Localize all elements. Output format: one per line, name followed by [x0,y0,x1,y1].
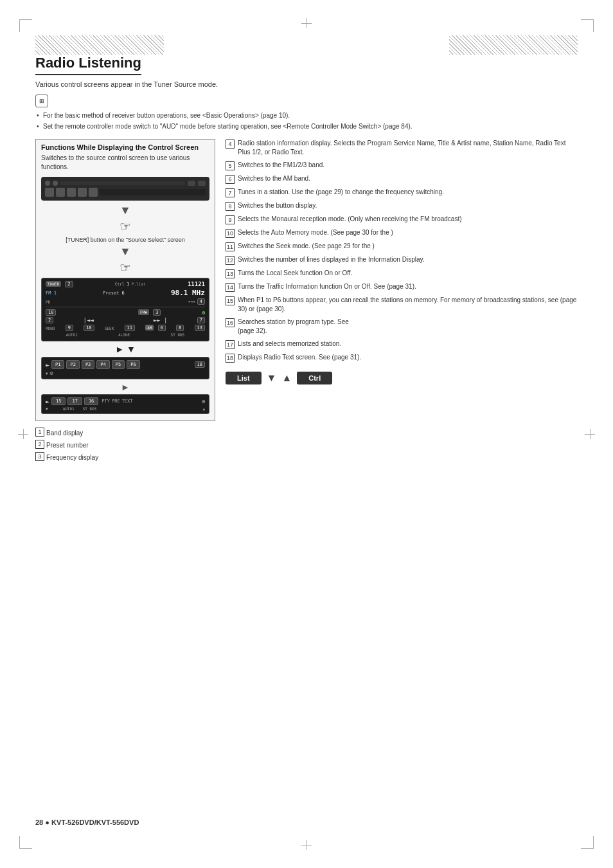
corner-mark-tl [19,19,32,32]
item-num-17: 17 [226,340,235,349]
page-title: Radio Listening [35,55,141,75]
arrow-down-2: ▼ [41,246,209,257]
item-text-11: Switches the Seek mode. (See page 29 for… [238,242,578,251]
tuner-label: [TUNER] button on the "Source Select" sc… [41,237,209,243]
item-row-6: 6 Switches to the AM band. [226,174,578,184]
info-icon: ⊞ [35,95,48,107]
arrow-down-1: ▼ [41,204,209,216]
crosshair-bottom [301,840,312,850]
section-title: Functions While Displaying the Control S… [41,143,209,151]
bullet-list: For the basic method of receiver button … [35,111,578,131]
item-text-8: Switches the button display. [238,201,578,210]
item-text-9: Selects the Monaural reception mode. (On… [238,215,578,224]
item-text-5: Switches to the FM1/2/3 band. [238,161,578,170]
item-num-10: 10 [226,229,235,238]
crosshair-left [18,429,28,439]
receiver-mockup [41,177,209,201]
arrow-right: ► [41,382,209,392]
item-row-5: 5 Switches to the FM1/2/3 band. [226,161,578,170]
item-num-14: 14 [226,283,235,292]
hand-icon-1: ☞ [41,219,209,234]
item-row-9: 9 Selects the Monaural reception mode. (… [226,215,578,224]
bullet-item-1: For the basic method of receiver button … [35,111,578,120]
item-row-17: 17 Lists and selects memorized station. [226,339,578,349]
item-num-16: 16 [226,318,235,327]
num-2: 2 [35,440,44,449]
item-row-13: 13 Turns the Local Seek function On or O… [226,269,578,278]
item-row-14: 14 Turns the Traffic Information functio… [226,282,578,292]
corner-mark-bl [19,836,32,849]
item-num-4: 4 [226,140,235,149]
arrow-up-bottom: ▲ [281,372,292,384]
item-row-18: 18 Displays Radio Text screen. See (page… [226,353,578,363]
item-text-17: Lists and selects memorized station. [238,339,578,348]
item-row-12: 12 Switches the number of lines displaye… [226,255,578,265]
item-text-6: Switches to the AM band. [238,174,578,183]
bullet-item-2: Set the remote controller mode switch to… [35,122,578,131]
item-row-8: 8 Switches the button display. [226,201,578,211]
items-list: 4 Radio station information display. Sel… [226,139,578,363]
label-item-2: 2 Preset number [35,440,215,451]
section-box: Functions While Displaying the Control S… [35,139,215,421]
item-text-14: Turns the Traffic Information function O… [238,282,578,291]
bottom-bar: List ▼ ▲ Ctrl [226,372,578,384]
stripe-left [35,35,164,55]
preset-screen: ► P1 P2 P3 P4 P5 P6 18 ▼ ⚙ [41,357,209,379]
label-item-1: 1 Band display [35,428,215,439]
item-text-18: Displays Radio Text screen. See (page 31… [238,353,578,362]
item-text-4: Radio station information display. Selec… [238,139,578,157]
num-1: 1 [35,428,44,437]
item-num-12: 12 [226,256,235,265]
label-text-2: Preset number [46,442,89,449]
stripe-right [449,35,578,55]
arrow-down-bottom: ▼ [267,372,277,384]
label-text-1: Band display [46,429,83,437]
item-row-11: 11 Switches the Seek mode. (See page 29 … [226,242,578,251]
item-num-7: 7 [226,188,235,197]
section-subtitle: Switches to the source control screen to… [41,154,209,172]
item-row-15: 15 When P1 to P6 buttons appear, you can… [226,296,578,314]
page-number: 28 ● KVT-526DVD/KVT-556DVD [35,818,139,826]
item-row-4: 4 Radio station information display. Sel… [226,139,578,157]
label-item-3: 3 Frequency display [35,452,215,463]
item-text-15: When P1 to P6 buttons appear, you can re… [238,296,578,314]
item-text-16: Searches station by program type. See (p… [238,318,578,336]
item-text-12: Switches the number of lines displayed i… [238,255,578,264]
item-text-10: Selects the Auto Memory mode. (See page … [238,228,578,237]
item-num-9: 9 [226,215,235,224]
label-text-3: Frequency display [46,454,98,461]
item-num-18: 18 [226,354,235,363]
item-text-13: Turns the Local Seek function On or Off. [238,269,578,278]
main-layout: Functions While Displaying the Control S… [35,139,578,464]
function-screen: ► 15 17 16 PTY PRE TEXT ⚙ ▼ AUTO1 ST RDS… [41,394,209,414]
item-row-10: 10 Selects the Auto Memory mode. (See pa… [226,228,578,238]
crosshair-top [301,18,312,28]
stripe-decoration [35,35,578,55]
item-num-11: 11 [226,242,235,251]
item-num-5: 5 [226,161,235,170]
left-column: Functions While Displaying the Control S… [35,139,215,464]
item-row-16: 16 Searches station by program type. See… [226,318,578,336]
item-num-15: 15 [226,296,235,305]
item-text-7: Tunes in a station. Use the (page 29) to… [238,188,578,197]
ctrl-button[interactable]: Ctrl [297,372,332,384]
page-subtitle: Various control screens appear in the Tu… [35,80,578,88]
right-column: 4 Radio station information display. Sel… [226,139,578,464]
item-num-13: 13 [226,269,235,278]
list-button[interactable]: List [226,372,262,384]
tuner-screen: TUNER 2 Ctrl 1 P.list 11121 FM 1 Preset … [41,278,209,341]
labels-section: 1 Band display 2 Preset number 3 Frequen… [35,428,215,463]
item-row-7: 7 Tunes in a station. Use the (page 29) … [226,188,578,197]
corner-mark-tr [581,19,594,32]
item-num-8: 8 [226,202,235,211]
hand-icon-2: ☞ [41,260,209,275]
item-num-6: 6 [226,175,235,184]
crosshair-right [585,429,595,439]
num-3: 3 [35,452,44,461]
corner-mark-br [581,836,594,849]
arrows-right-down: ► ▼ [41,344,209,354]
